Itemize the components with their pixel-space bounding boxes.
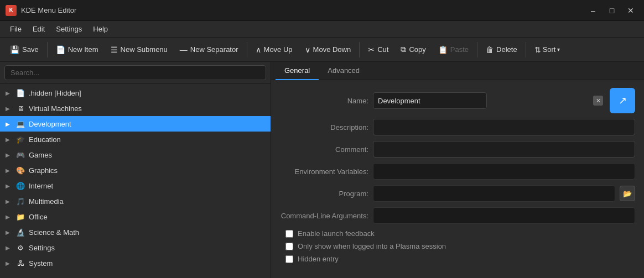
tree-label: Development [29, 120, 266, 128]
item-icon-graphics: 🎨 [15, 165, 25, 175]
arrow-icon: ▶ [6, 214, 12, 220]
arrow-icon: ▶ [6, 137, 12, 143]
tree-item-settings[interactable]: ▶ ⚙ Settings [0, 240, 271, 255]
menu-bar: File Edit Settings Help [0, 21, 644, 38]
arrow-icon: ▶ [6, 90, 12, 96]
item-icon-settings: ⚙ [15, 243, 25, 253]
toolbar-separator-2 [247, 42, 247, 57]
item-icon-dev: 💻 [15, 119, 25, 129]
tree-item-internet[interactable]: ▶ 🌐 Internet [0, 178, 271, 193]
sort-button[interactable]: ⇅ Sort ▾ [529, 40, 566, 59]
program-label: Program: [280, 190, 368, 198]
tree-label: .hidden [Hidden] [29, 89, 266, 97]
icon-picker-icon: ↗ [619, 95, 627, 107]
sort-icon: ⇅ [534, 45, 541, 54]
save-button[interactable]: 💾 Save [4, 40, 44, 59]
copy-button[interactable]: ⧉ Copy [395, 40, 431, 59]
enable-launch-feedback-checkbox[interactable] [285, 230, 293, 238]
paste-icon: 📋 [438, 45, 448, 54]
arrow-icon: ▶ [6, 183, 12, 189]
menu-edit[interactable]: Edit [27, 23, 50, 35]
tree-label: Office [29, 213, 266, 221]
tree-item-office[interactable]: ▶ 📁 Office [0, 209, 271, 224]
move-down-icon: ∨ [305, 45, 310, 54]
new-submenu-button[interactable]: ☰ New Submenu [105, 40, 173, 59]
tree-item-development[interactable]: ▶ 💻 Development [0, 116, 271, 132]
browse-program-button[interactable]: 📂 [620, 186, 635, 201]
hidden-entry-checkbox[interactable] [285, 255, 293, 263]
toolbar-separator-4 [477, 42, 477, 57]
checkbox-plasma-session: Only show when logged into a Plasma sess… [280, 242, 635, 250]
tree-item-multimedia[interactable]: ▶ 🎵 Multimedia [0, 193, 271, 209]
tree-item-games[interactable]: ▶ 🎮 Games [0, 147, 271, 162]
description-input[interactable] [373, 119, 635, 135]
menu-settings[interactable]: Settings [50, 23, 87, 35]
item-icon-hidden: 📄 [15, 88, 25, 98]
arrow-icon: ▶ [6, 198, 12, 204]
close-button[interactable]: ✕ [623, 4, 638, 17]
tree-view: ▶ 📄 .hidden [Hidden] ▶ 🖥 Virtual Machine… [0, 84, 271, 278]
minimize-button[interactable]: – [585, 4, 601, 17]
name-row: Name: ✕ ↗ [280, 88, 635, 113]
tree-item-graphics[interactable]: ▶ 🎨 Graphics [0, 162, 271, 178]
item-icon-games: 🎮 [15, 150, 25, 160]
name-label: Name: [280, 97, 368, 105]
cmd-args-row: Command-Line Arguments: [280, 207, 635, 224]
tabs: General Advanced [271, 62, 644, 80]
save-icon: 💾 [10, 45, 19, 54]
menu-file[interactable]: File [4, 23, 27, 35]
new-submenu-icon: ☰ [111, 45, 118, 54]
tree-label: Multimedia [29, 197, 266, 206]
enable-launch-feedback-label[interactable]: Enable launch feedback [298, 229, 375, 238]
arrow-icon: ▶ [6, 121, 12, 127]
arrow-icon: ▶ [6, 152, 12, 158]
arrow-icon: ▶ [6, 229, 12, 235]
move-down-button[interactable]: ∨ Move Down [299, 40, 357, 59]
comment-input[interactable] [373, 141, 635, 158]
right-panel: General Advanced Name: ✕ ↗ Description: [271, 62, 644, 278]
toolbar-separator-5 [526, 42, 526, 57]
plasma-session-checkbox[interactable] [285, 243, 293, 250]
maximize-button[interactable]: □ [604, 4, 620, 17]
tree-label: Virtual Machines [29, 104, 266, 113]
tree-item-science[interactable]: ▶ 🔬 Science & Math [0, 224, 271, 240]
item-icon-system: 🖧 [15, 258, 25, 268]
delete-button[interactable]: 🗑 Delete [480, 40, 523, 59]
tree-item-hidden[interactable]: ▶ 📄 .hidden [Hidden] [0, 85, 271, 101]
tree-item-virtual-machines[interactable]: ▶ 🖥 Virtual Machines [0, 101, 271, 116]
paste-button[interactable]: 📋 Paste [433, 40, 474, 59]
new-separator-button[interactable]: — New Separator [174, 40, 244, 59]
tree-label: Graphics [29, 166, 266, 175]
item-icon-vm: 🖥 [15, 103, 25, 113]
env-vars-label: Environment Variables: [280, 167, 368, 176]
plasma-session-label[interactable]: Only show when logged into a Plasma sess… [298, 242, 446, 250]
icon-picker-button[interactable]: ↗ [610, 88, 635, 113]
title-bar: K KDE Menu Editor – □ ✕ [0, 0, 644, 21]
left-panel: ▶ 📄 .hidden [Hidden] ▶ 🖥 Virtual Machine… [0, 62, 271, 278]
new-item-button[interactable]: 📄 New Item [50, 40, 104, 59]
tab-content-general: Name: ✕ ↗ Description: Comment: [271, 80, 644, 278]
name-input[interactable] [373, 92, 487, 109]
arrow-icon: ▶ [6, 260, 12, 266]
tree-label: System [29, 259, 266, 267]
clear-name-button[interactable]: ✕ [593, 96, 603, 106]
sort-dropdown-icon: ▾ [557, 46, 560, 53]
description-label: Description: [280, 123, 368, 132]
tree-label: Science & Math [29, 228, 266, 237]
program-row: Program: 📂 [280, 185, 635, 202]
toolbar-separator-3 [359, 42, 360, 57]
main-content: ▶ 📄 .hidden [Hidden] ▶ 🖥 Virtual Machine… [0, 62, 644, 278]
toolbar: 💾 Save 📄 New Item ☰ New Submenu — New Se… [0, 38, 644, 62]
hidden-entry-label[interactable]: Hidden entry [298, 255, 339, 263]
tree-item-education[interactable]: ▶ 🎓 Education [0, 132, 271, 147]
search-input[interactable] [4, 65, 266, 80]
tree-label: Internet [29, 182, 266, 190]
tree-item-system[interactable]: ▶ 🖧 System [0, 255, 271, 271]
cut-button[interactable]: ✂ Cut [362, 40, 394, 59]
menu-help[interactable]: Help [87, 23, 113, 35]
move-up-button[interactable]: ∧ Move Up [250, 40, 298, 59]
tree-label: Settings [29, 244, 266, 252]
tab-general[interactable]: General [276, 62, 319, 80]
toolbar-separator-1 [47, 42, 48, 57]
tab-advanced[interactable]: Advanced [319, 62, 368, 80]
